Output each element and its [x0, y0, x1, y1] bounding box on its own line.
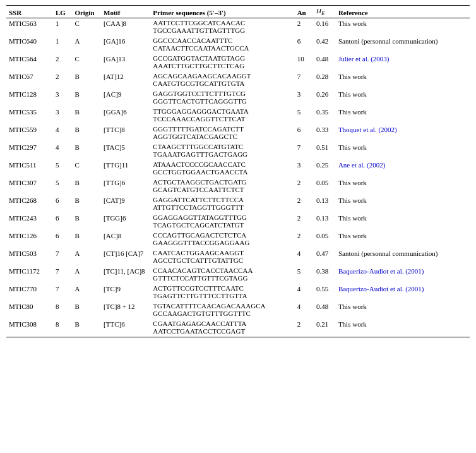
cell-he: 0.48: [314, 301, 336, 319]
cell-primer2: ATTGTTCCTAGGTTGGGTTT: [150, 203, 294, 213]
cell-ssr: MTIC297: [6, 142, 53, 160]
cell-primer1: GAGGATTCATTCTTCTTCCA: [150, 195, 294, 203]
cell-primer2: GTTTCTCCATTGTTTCGTAGG: [150, 274, 294, 284]
table-row: MTIC672B[AT]12AGCAGCAAGAAGCACAAGGT70.28T…: [6, 71, 470, 80]
cell-lg: 7: [53, 248, 72, 266]
cell-motif: [TTG]11: [101, 160, 150, 178]
cell-ssr: MTIC511: [6, 160, 53, 178]
cell-an: 7: [295, 71, 314, 89]
cell-lg: 8: [53, 319, 72, 337]
cell-primer1: TTGGGAGGAGGGACTGAATA: [150, 107, 294, 115]
cell-an: 7: [295, 142, 314, 160]
cell-an: 6: [295, 36, 314, 54]
header-lg: LG: [53, 6, 72, 18]
table-row: MTIC1283B[AC]9GAGGTGGTCCTTCTTTGTCG30.26T…: [6, 89, 470, 97]
cell-an: 3: [295, 89, 314, 107]
cell-he: 0.25: [314, 160, 336, 178]
cell-ref: This work: [336, 213, 470, 231]
header-an: An: [295, 6, 314, 18]
table-row: MTIC5115C[TTG]11ATAAACTCCCCGCAACCATC30.2…: [6, 160, 470, 168]
cell-he: 0.13: [314, 213, 336, 231]
cell-ref: This work: [336, 18, 470, 37]
cell-motif: [TTC]8: [101, 124, 150, 142]
cell-primer1: GGCCCAACCACAATTTC: [150, 36, 294, 44]
cell-he: 0.05: [314, 178, 336, 195]
cell-origin: C: [72, 160, 101, 178]
cell-ssr: MTIC308: [6, 319, 53, 337]
table-row: MTIC11727A[TC]11, [AC]8CCAACACAGTCACCTAA…: [6, 266, 470, 274]
cell-ssr: MTIC640: [6, 36, 53, 54]
cell-ssr: MTIC559: [6, 124, 53, 142]
cell-origin: B: [72, 213, 101, 231]
cell-lg: 1: [53, 18, 72, 37]
cell-primer1: TGTACATTTTCAACAGACAAAGCA: [150, 301, 294, 310]
cell-ssr: MTIC126: [6, 231, 53, 248]
cell-an: 2: [295, 213, 314, 231]
cell-motif: [TC]11, [AC]8: [101, 266, 150, 284]
cell-motif: [CAT]9: [101, 195, 150, 213]
cell-primer2: AGGTGGTCATACGAGCTC: [150, 133, 294, 142]
cell-primer1: ATAAACTCCCCGCAACCATC: [150, 160, 294, 168]
cell-origin: B: [72, 71, 101, 89]
cell-motif: [AT]12: [101, 71, 150, 89]
cell-primer1: GAGGTGGTCCTTCTTTGTCG: [150, 89, 294, 97]
cell-lg: 8: [53, 301, 72, 319]
table-row: MTIC1266B[AC]8CCCAGTTGCAGACTCTCTCA20.05T…: [6, 231, 470, 239]
cell-lg: 4: [53, 124, 72, 142]
table-row: MTIC5037A[CT]16 [CA]7CAATCACTGGAAGCAAGGT…: [6, 248, 470, 257]
cell-motif: [AC]8: [101, 231, 150, 248]
cell-ssr: MTIC535: [6, 107, 53, 124]
cell-ref: Ane et al. (2002): [336, 160, 470, 178]
cell-origin: B: [72, 142, 101, 160]
cell-motif: [GA]13: [101, 54, 150, 71]
cell-primer1: AATTCCTTCGGCATCAACAC: [150, 18, 294, 27]
cell-motif: [CT]16 [CA]7: [101, 248, 150, 266]
cell-origin: A: [72, 36, 101, 54]
cell-primer2: AGCCTGCTCATTTGTATTGC: [150, 257, 294, 266]
cell-primer1: ACTGCTAAGGCTGACTGATG: [150, 178, 294, 186]
cell-primer2: GAAGGGTTTACCGGAGGAAG: [150, 239, 294, 248]
cell-he: 0.47: [314, 248, 336, 266]
cell-primer1: GGGTTTTTGATCCAGATCTT: [150, 124, 294, 133]
cell-motif: [AC]9: [101, 89, 150, 107]
header-origin: Origin: [72, 6, 101, 18]
cell-he: 0.38: [314, 266, 336, 284]
cell-primer2: TGAAATGAGTTTGACTGAGG: [150, 150, 294, 160]
cell-origin: B: [72, 231, 101, 248]
cell-an: 10: [295, 54, 314, 71]
table-row: MTIC6401A[GA]16GGCCCAACCACAATTTC60.42San…: [6, 36, 470, 44]
cell-motif: [TC]9: [101, 284, 150, 301]
cell-an: 2: [295, 195, 314, 213]
cell-lg: 7: [53, 284, 72, 301]
cell-an: 4: [295, 248, 314, 266]
cell-origin: B: [72, 178, 101, 195]
header-ssr: SSR: [6, 6, 53, 18]
cell-primer2: CATAACTTCCAATAACTGCCA: [150, 44, 294, 54]
cell-lg: 5: [53, 160, 72, 178]
cell-primer1: ACTGTTCCGTCCTTTCAATC: [150, 284, 294, 292]
cell-lg: 2: [53, 71, 72, 89]
cell-ssr: MTIC67: [6, 71, 53, 89]
cell-lg: 6: [53, 195, 72, 213]
cell-ref: This work: [336, 178, 470, 195]
cell-motif: [GA]16: [101, 36, 150, 54]
cell-primer2: AATCCTGAATACCTCCGAGT: [150, 327, 294, 337]
cell-primer1: CGAATGAGAGCAACCATTTA: [150, 319, 294, 327]
cell-lg: 4: [53, 142, 72, 160]
table-row: MTIC5642C[GA]13GCCGATGGTACTAATGTAGG100.4…: [6, 54, 470, 62]
header-motif: Motif: [101, 6, 150, 18]
cell-lg: 6: [53, 213, 72, 231]
table-row: MTIC3075B[TTG]6ACTGCTAAGGCTGACTGATG20.05…: [6, 178, 470, 186]
cell-an: 4: [295, 284, 314, 301]
cell-ref: Santoni (personnal communication): [336, 248, 470, 266]
cell-ref: This work: [336, 231, 470, 248]
cell-ssr: MTIC563: [6, 18, 53, 37]
cell-he: 0.51: [314, 142, 336, 160]
cell-an: 2: [295, 18, 314, 37]
cell-ref: This work: [336, 195, 470, 213]
cell-an: 6: [295, 124, 314, 142]
cell-motif: [TTC]6: [101, 319, 150, 337]
cell-primer2: GCAGTCATGTCCAATTCTCT: [150, 186, 294, 195]
cell-ssr: MTIC128: [6, 89, 53, 107]
cell-he: 0.48: [314, 54, 336, 71]
